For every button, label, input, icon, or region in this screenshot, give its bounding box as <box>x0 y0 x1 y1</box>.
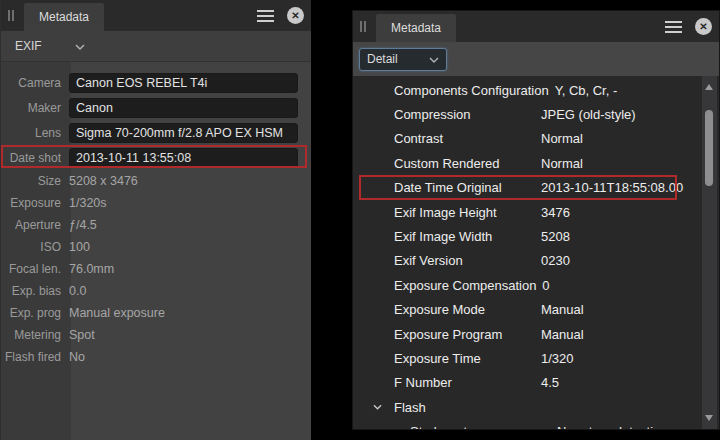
detail-rows: Components Configuration Y, Cb, Cr, - Co… <box>353 78 719 429</box>
exif-metadata-panel: Metadata ✕ EXIF Camera Canon EOS REBEL T… <box>0 0 311 440</box>
field-value: No <box>69 350 85 364</box>
field-input[interactable]: Canon <box>69 98 298 118</box>
detail-row: Strobe return No return detection <box>353 419 699 429</box>
field-label: Exp. bias <box>1 284 69 298</box>
detail-row: Exposure Mode Manual <box>353 298 699 322</box>
detail-value: 3476 <box>541 205 570 220</box>
exif-fields: Camera Canon EOS REBEL T4i Maker Canon L… <box>1 62 311 440</box>
detail-label: Exposure Time <box>394 351 541 366</box>
scroll-down-icon[interactable] <box>705 415 713 421</box>
exif-field-row: Size 5208 x 3476 <box>1 170 311 192</box>
detail-label: F Number <box>394 375 541 390</box>
field-label: Date shot <box>1 151 69 165</box>
detail-row: Exposure Time 1/320 <box>353 346 699 370</box>
exif-field-row: ISO 100 <box>1 236 311 258</box>
tab-metadata[interactable]: Metadata <box>376 14 456 42</box>
detail-value: 0230 <box>541 253 570 268</box>
chevron-down-icon <box>75 44 85 50</box>
exif-field-row: Metering Spot <box>1 324 311 346</box>
exif-field-row: Aperture ƒ/4.5 <box>1 214 311 236</box>
field-label: ISO <box>1 240 69 254</box>
scrollbar-thumb[interactable] <box>705 110 713 186</box>
exif-field-row: Lens Sigma 70-200mm f/2.8 APO EX HSM <box>1 120 311 145</box>
exif-field-row: Exp. bias 0.0 <box>1 280 311 302</box>
detail-list: Components Configuration Y, Cb, Cr, - Co… <box>353 76 719 429</box>
metadata-category-dropdown[interactable]: EXIF <box>15 39 85 53</box>
detail-label: Exposure Compensation <box>394 278 542 293</box>
detail-metadata-panel: Metadata ✕ Detail Components Configurati… <box>352 10 720 430</box>
panel-header: Metadata ✕ <box>353 11 719 42</box>
detail-value: Normal <box>541 156 583 171</box>
field-value: ƒ/4.5 <box>69 218 97 232</box>
dropdown-selected-value: EXIF <box>15 39 75 53</box>
panel-menu-icon[interactable] <box>257 10 274 22</box>
field-value: 76.0mm <box>69 262 114 276</box>
scrollbar[interactable] <box>702 76 717 429</box>
detail-value: JPEG (old-style) <box>541 107 636 122</box>
detail-row: Exif Image Width 5208 <box>353 224 699 248</box>
exif-field-row: Focal len. 76.0mm <box>1 258 311 280</box>
detail-label: Exif Image Height <box>394 205 541 220</box>
field-value: 5208 x 3476 <box>69 174 138 188</box>
detail-value: 0 <box>542 278 549 293</box>
exif-field-row: Flash fired No <box>1 346 311 368</box>
panel-header: Metadata ✕ <box>1 0 311 31</box>
detail-value: Manual <box>541 302 584 317</box>
field-label: Camera <box>1 76 69 90</box>
field-input[interactable]: 2013-10-11 13:55:08 <box>69 148 298 168</box>
detail-row: Exif Version 0230 <box>353 249 699 273</box>
field-label: Size <box>1 174 69 188</box>
field-label: Exposure <box>1 196 69 210</box>
field-value: Manual exposure <box>69 306 165 320</box>
chevron-down-icon[interactable] <box>373 404 394 410</box>
detail-value: Y, Cb, Cr, - <box>555 83 618 98</box>
field-value: 0.0 <box>69 284 86 298</box>
detail-value: No return detection <box>557 424 668 429</box>
detail-row: Exif Image Height 3476 <box>353 200 699 224</box>
detail-value: 4.5 <box>541 375 559 390</box>
scroll-up-icon[interactable] <box>705 84 713 90</box>
exif-field-row: Exp. prog Manual exposure <box>1 302 311 324</box>
panel-drag-handle[interactable] <box>8 10 16 21</box>
detail-row: Date Time Original 2013-10-11T18:55:08.0… <box>353 176 699 200</box>
detail-row: F Number 4.5 <box>353 371 699 395</box>
dropdown-selected-value: Detail <box>367 52 429 66</box>
detail-label: Exposure Program <box>394 327 541 342</box>
detail-value: Manual <box>541 327 584 342</box>
detail-label: Compression <box>394 107 541 122</box>
tab-metadata[interactable]: Metadata <box>24 3 104 31</box>
exif-field-row: Date shot 2013-10-11 13:55:08 <box>1 145 311 170</box>
detail-label: Exif Image Width <box>394 229 541 244</box>
field-input[interactable]: Canon EOS REBEL T4i <box>69 73 298 93</box>
field-label: Maker <box>1 101 69 115</box>
detail-toolbar: Detail <box>353 42 719 76</box>
detail-label: Custom Rendered <box>394 156 541 171</box>
detail-label: Contrast <box>394 131 541 146</box>
detail-row: Exposure Program Manual <box>353 322 699 346</box>
close-icon[interactable]: ✕ <box>287 7 304 24</box>
field-label: Exp. prog <box>1 306 69 320</box>
panel-drag-handle[interactable] <box>360 21 368 32</box>
metadata-category-dropdown[interactable]: Detail <box>359 48 447 71</box>
detail-label: Exif Version <box>394 253 541 268</box>
field-label: Lens <box>1 126 69 140</box>
detail-row: Components Configuration Y, Cb, Cr, - <box>353 78 699 102</box>
exif-field-row: Exposure 1/320s <box>1 192 311 214</box>
chevron-down-icon <box>429 57 439 63</box>
detail-value: 5208 <box>541 229 570 244</box>
field-label: Metering <box>1 328 69 342</box>
panel-menu-icon[interactable] <box>665 21 682 33</box>
detail-label: Strobe return <box>410 424 557 429</box>
detail-label: Flash <box>394 400 541 415</box>
exif-toolbar: EXIF <box>1 31 311 62</box>
detail-label: Components Configuration <box>394 83 555 98</box>
detail-row: Flash <box>353 395 699 419</box>
close-icon[interactable]: ✕ <box>695 18 712 35</box>
detail-row: Custom Rendered Normal <box>353 151 699 175</box>
detail-value: 1/320 <box>541 351 574 366</box>
field-value: 100 <box>69 240 90 254</box>
detail-label: Exposure Mode <box>394 302 541 317</box>
field-input[interactable]: Sigma 70-200mm f/2.8 APO EX HSM <box>69 123 298 143</box>
detail-value: Normal <box>541 131 583 146</box>
detail-label: Date Time Original <box>394 180 541 195</box>
